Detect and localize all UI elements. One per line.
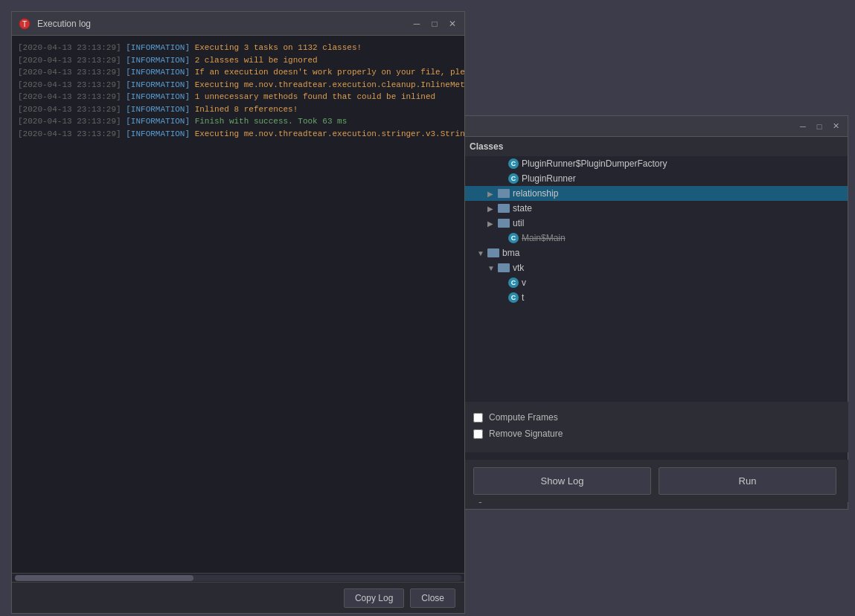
log-line-5: [2020-04-13 23:13:29] [INFORMATION] Inli…	[18, 103, 458, 116]
tree-item-t[interactable]: C t	[462, 290, 848, 305]
log-line-7: [2020-04-13 23:13:29] [INFORMATION] Exec…	[18, 128, 458, 141]
close-log-button[interactable]: Close	[410, 588, 455, 608]
classes-titlebar: ─ □ ✕	[462, 116, 848, 137]
log-level: [INFORMATION]	[126, 92, 190, 101]
log-timestamp: [2020-04-13 23:13:29]	[18, 92, 121, 101]
compute-frames-row: Compute Frames	[473, 412, 836, 423]
class-badge: C	[508, 233, 519, 243]
log-timestamp: [2020-04-13 23:13:29]	[18, 68, 121, 77]
remove-signature-row: Remove Signature	[473, 429, 836, 439]
log-timestamp: [2020-04-13 23:13:29]	[18, 56, 121, 65]
log-timestamp: [2020-04-13 23:13:29]	[18, 43, 121, 52]
log-minimize-button[interactable]: ─	[411, 18, 423, 30]
options-section: Compute Frames Remove Signature	[461, 402, 848, 452]
remove-signature-checkbox[interactable]	[473, 429, 483, 439]
log-footer: Copy Log Close	[12, 582, 464, 613]
class-badge: C	[508, 292, 519, 303]
log-line-4: [2020-04-13 23:13:29] [INFORMATION] 1 un…	[18, 91, 458, 103]
log-message: Executing me.nov.threadtear.execution.st…	[195, 129, 464, 138]
show-log-button[interactable]: Show Log	[473, 467, 651, 495]
remove-signature-label: Remove Signature	[489, 429, 563, 439]
log-line-6: [2020-04-13 23:13:29] [INFORMATION] Fini…	[18, 115, 458, 128]
log-level: [INFORMATION]	[126, 117, 190, 126]
item-label: util	[513, 218, 524, 228]
log-level: [INFORMATION]	[126, 56, 190, 65]
log-message: Finish with success. Took 63 ms	[195, 117, 348, 126]
log-message: 1 unnecessary methods found that could b…	[195, 92, 435, 101]
folder-icon	[498, 204, 510, 213]
log-level: [INFORMATION]	[126, 43, 190, 52]
tree-arrow: ▶	[487, 219, 498, 228]
log-line-2: [2020-04-13 23:13:29] [INFORMATION] If a…	[18, 66, 458, 79]
item-label: state	[513, 203, 532, 214]
tree-arrow: ▶	[487, 205, 498, 213]
tree-arrow: ▼	[487, 264, 498, 272]
tree-item-bma[interactable]: ▼ bma	[462, 246, 848, 260]
run-button[interactable]: Run	[659, 467, 836, 495]
log-content[interactable]: [2020-04-13 23:13:29] [INFORMATION] Exec…	[12, 36, 464, 573]
classes-window-controls: ─ □ ✕	[797, 121, 842, 132]
action-buttons: Show Log Run	[461, 460, 848, 502]
item-label: bma	[502, 248, 519, 258]
log-horizontal-scrollbar[interactable]	[12, 573, 464, 582]
log-title-text: Execution log	[37, 19, 411, 29]
log-line-0: [2020-04-13 23:13:29] [INFORMATION] Exec…	[18, 42, 458, 54]
tree-arrow: ▼	[477, 249, 487, 257]
item-label: vtk	[513, 263, 524, 273]
tree-item-pluginrunner[interactable]: C PluginRunner	[462, 171, 848, 186]
log-level: [INFORMATION]	[126, 68, 190, 77]
tree-item-relationship[interactable]: ▶ relationship	[462, 186, 848, 201]
log-level: [INFORMATION]	[126, 129, 190, 138]
tree-arrow: ▶	[487, 190, 498, 198]
tree-item-vtk[interactable]: ▼ vtk	[462, 260, 848, 275]
item-label: Main$Main	[522, 233, 566, 243]
log-close-button[interactable]: ✕	[446, 18, 458, 30]
class-badge: C	[508, 277, 519, 288]
tree-item-v[interactable]: C v	[462, 275, 848, 290]
tree-item-pluginrunner-factory[interactable]: C PluginRunner$PluginDumperFactory	[462, 156, 848, 171]
item-label: PluginRunner	[522, 173, 576, 184]
tree-item-util[interactable]: ▶ util	[462, 216, 848, 231]
classes-header-label: Classes	[462, 137, 848, 156]
log-app-icon: T	[18, 17, 31, 31]
log-timestamp: [2020-04-13 23:13:29]	[18, 129, 121, 138]
log-window-controls: ─ □ ✕	[411, 18, 458, 30]
copy-log-button[interactable]: Copy Log	[344, 588, 404, 608]
classes-maximize-button[interactable]: □	[813, 121, 825, 132]
folder-icon	[498, 189, 510, 198]
folder-icon	[498, 219, 510, 228]
item-label: PluginRunner$PluginDumperFactory	[522, 158, 667, 169]
item-label: relationship	[513, 188, 558, 199]
folder-icon	[498, 263, 510, 272]
log-timestamp: [2020-04-13 23:13:29]	[18, 105, 121, 114]
scrollbar-thumb[interactable]	[15, 575, 193, 581]
item-label: v	[522, 277, 526, 288]
class-badge: C	[508, 158, 519, 169]
log-message: Inlined 8 references!	[195, 105, 298, 114]
log-maximize-button[interactable]: □	[429, 18, 441, 30]
folder-icon	[487, 248, 499, 257]
log-message: If an execution doesn't work properly on…	[195, 68, 464, 77]
compute-frames-label: Compute Frames	[489, 412, 558, 423]
log-level: [INFORMATION]	[126, 105, 190, 114]
log-level: [INFORMATION]	[126, 80, 190, 89]
classes-minimize-button[interactable]: ─	[797, 121, 809, 132]
scrollbar-track[interactable]	[15, 575, 461, 581]
log-message: 2 classes will be ignored	[195, 56, 318, 65]
log-titlebar: T Execution log ─ □ ✕	[12, 12, 464, 36]
log-line-3: [2020-04-13 23:13:29] [INFORMATION] Exec…	[18, 79, 458, 92]
classes-close-button[interactable]: ✕	[830, 121, 842, 132]
log-line-1: [2020-04-13 23:13:29] [INFORMATION] 2 cl…	[18, 54, 458, 67]
compute-frames-checkbox[interactable]	[473, 413, 483, 423]
svg-text:T: T	[22, 20, 27, 28]
tree-item-maindollar[interactable]: C Main$Main	[462, 231, 848, 246]
log-window: T Execution log ─ □ ✕ [2020-04-13 23:13:…	[11, 11, 465, 614]
log-message: Executing me.nov.threadtear.execution.cl…	[195, 80, 464, 89]
tree-item-state[interactable]: ▶ state	[462, 201, 848, 216]
log-message: Executing 3 tasks on 1132 classes!	[195, 43, 362, 52]
item-label: t	[522, 292, 524, 303]
log-timestamp: [2020-04-13 23:13:29]	[18, 80, 121, 89]
class-badge: C	[508, 173, 519, 184]
log-timestamp: [2020-04-13 23:13:29]	[18, 117, 121, 126]
